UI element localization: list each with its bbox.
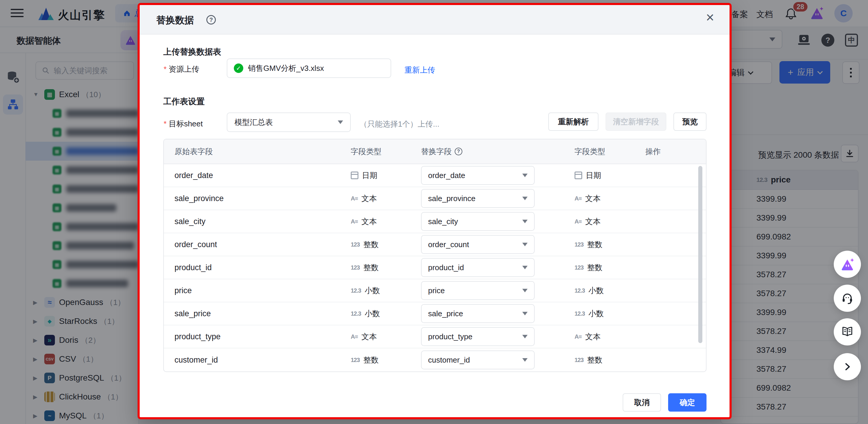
integer-type-icon: 123 [351,357,360,363]
required-asterisk: * [163,65,166,73]
type-label: 整数 [363,263,378,273]
volcano-ai-icon [840,256,855,272]
replace-cell: customer_id [421,351,575,369]
cancel-button[interactable]: 取消 [623,393,661,412]
replace-type: 12.3小数 [575,308,645,319]
replace-data-modal: 替换数据 ? × 上传替换数据表 *资源上传 ✓ 销售GMV分析_v3.xlsx… [137,3,732,419]
col-replace-type: 字段类型 [575,147,645,157]
field-table-header: 原始表字段 字段类型 替换字段? 字段类型 操作 [164,139,706,164]
replace-field-select[interactable]: product_type [421,327,535,346]
type-label: 小数 [588,308,604,319]
target-sheet-select[interactable]: 模型汇总表 [227,113,351,132]
replace-cell: sale_price [421,304,575,323]
replace-field-select[interactable]: sale_city [421,212,535,231]
caret-down-icon [522,243,528,246]
field-row: customer_id123整数customer_id123整数 [164,349,706,371]
integer-type-icon: 123 [575,357,583,363]
replace-field-value: product_type [428,332,522,341]
reupload-link[interactable]: 重新上传 [404,65,435,75]
field-row: product_id123整数product_id123整数 [164,256,706,279]
source-type: A≡文本 [351,193,421,204]
replace-type: 123整数 [575,263,645,273]
integer-type-icon: 123 [575,241,583,248]
source-type: 123整数 [351,263,421,273]
sheet-note: （只能选择1个）上传... [360,119,439,129]
replace-type: A≡文本 [575,216,645,227]
field-name: price [175,286,351,295]
table-scrollbar[interactable] [698,166,702,370]
reparse-button[interactable]: 重新解析 [548,113,598,131]
text-type-icon: A≡ [351,218,358,225]
type-label: 整数 [587,239,602,250]
decimal-type-icon: 12.3 [575,310,585,317]
open-book-icon [840,325,855,339]
source-type: 12.3小数 [351,308,421,319]
success-check-icon: ✓ [234,63,243,73]
help-icon[interactable]: ? [206,15,216,25]
replace-cell: order_count [421,235,575,254]
replace-field-select[interactable]: product_id [421,258,535,277]
type-label: 整数 [587,355,602,365]
type-label: 日期 [586,170,601,181]
source-type: 12.3小数 [351,285,421,296]
decimal-type-icon: 12.3 [351,287,361,294]
docs-fab[interactable] [834,318,861,345]
replace-field-select[interactable]: order_date [421,166,535,185]
source-type: A≡文本 [351,332,421,342]
ai-assistant-fab[interactable] [834,251,861,278]
caret-down-icon [522,174,528,177]
text-type-icon: A≡ [575,218,582,225]
caret-down-icon [338,120,343,124]
field-row: price12.3小数price12.3小数 [164,279,706,302]
field-name: order_count [175,240,351,249]
required-asterisk: * [163,119,166,128]
calendar-icon [351,172,359,179]
support-fab[interactable] [834,285,861,312]
replace-cell: price [421,281,575,300]
replace-field-value: sale_city [428,217,522,226]
type-label: 整数 [587,263,602,273]
field-row: sale_provinceA≡文本sale_provinceA≡文本 [164,187,706,210]
type-label: 文本 [585,193,600,204]
replace-cell: product_type [421,327,575,346]
replace-field-select[interactable]: price [421,281,535,300]
integer-type-icon: 123 [575,264,583,271]
close-icon[interactable]: × [706,10,714,25]
replace-type: A≡文本 [575,193,645,204]
preview-button[interactable]: 预览 [674,113,707,131]
replace-cell: order_date [421,166,575,185]
collapse-panel-fab[interactable] [834,353,861,380]
help-icon[interactable]: ? [455,148,462,155]
field-name: sale_city [175,217,351,226]
col-source-field: 原始表字段 [175,147,351,157]
replace-field-select[interactable]: sale_province [421,189,535,208]
replace-field-select[interactable]: customer_id [421,351,535,369]
field-row: product_typeA≡文本product_typeA≡文本 [164,325,706,349]
field-name: customer_id [175,356,351,365]
source-type: 日期 [351,170,421,181]
field-table-body: order_date日期order_date日期sale_provinceA≡文… [164,164,706,371]
replace-field-select[interactable]: sale_price [421,304,535,323]
sheet-section-title: 工作表设置 [163,96,205,107]
upload-section-title: 上传替换数据表 [163,47,221,58]
target-sheet-value: 模型汇总表 [235,117,338,127]
source-type: 123整数 [351,355,421,365]
modal-title: 替换数据 [156,14,194,27]
headset-icon [840,291,855,305]
field-row: sale_cityA≡文本sale_cityA≡文本 [164,210,706,233]
type-label: 小数 [365,308,380,319]
chevron-right-icon [841,360,854,373]
replace-field-select[interactable]: order_count [421,235,535,254]
scrollbar-thumb[interactable] [698,166,702,343]
col-actions: 操作 [645,147,706,157]
type-label: 小数 [588,285,604,296]
replace-field-value: order_count [428,240,522,249]
caret-down-icon [522,196,528,200]
replace-type: 123整数 [575,355,645,365]
caret-down-icon [522,220,528,223]
uploaded-file-field[interactable]: ✓ 销售GMV分析_v3.xlsx [227,58,391,78]
source-type: A≡文本 [351,216,421,227]
confirm-button[interactable]: 确定 [668,393,707,412]
replace-field-value: customer_id [428,356,522,365]
decimal-type-icon: 12.3 [351,310,361,317]
